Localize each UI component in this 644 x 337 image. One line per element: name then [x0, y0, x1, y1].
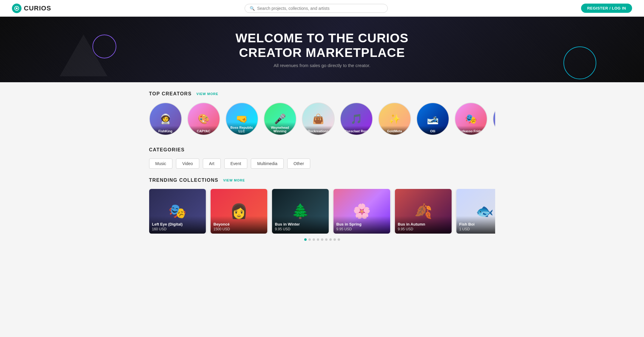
collection-price-beyonce: 1500 USD — [214, 227, 264, 231]
pagination-dots — [149, 238, 495, 241]
collection-name-busspring: Bus in Spring — [336, 222, 387, 226]
pagination-dot-7[interactable] — [333, 238, 336, 241]
creator-avatar-fishking: 🧑‍🚀 FishKing — [149, 103, 182, 135]
pagination-dot-3[interactable] — [317, 238, 319, 241]
top-creators-title: TOP CREATORS — [149, 91, 192, 97]
creator-item-goldmeta[interactable]: ✨ GoldMeta — [378, 103, 411, 135]
creator-name-rockreations: Rockreations — [302, 126, 334, 135]
categories-title: CATEGORIES — [149, 147, 185, 153]
collection-card-busspring[interactable]: 🌸 Bus in Spring 9.95 USD — [333, 189, 390, 234]
logo-text: CURIOS — [24, 4, 51, 12]
creator-item-turkasso[interactable]: 🎭 Turkasso Fridae — [455, 103, 487, 135]
creator-name-goldmeta: GoldMeta — [379, 126, 410, 135]
creator-item-leoklink[interactable]: 🎮 LeokLink — [493, 103, 495, 135]
creator-avatar-turkasso: 🎭 Turkasso Fridae — [455, 103, 487, 135]
collection-info-busspring: Bus in Spring 9.95 USD — [333, 216, 390, 234]
logo[interactable]: CURIOS — [12, 4, 51, 13]
search-icon: 🔍 — [250, 6, 255, 11]
register-button[interactable]: REGISTER / LOG IN — [581, 4, 632, 13]
collection-info-fishboi: Fish Boi 1 USD — [456, 216, 495, 234]
category-btn-art[interactable]: Art — [203, 159, 221, 169]
top-creators-section: TOP CREATORS VIEW MORE 🧑‍🚀 FishKing 🎨 CA… — [149, 91, 495, 138]
creator-item-fishking[interactable]: 🧑‍🚀 FishKing — [149, 103, 182, 135]
categories-header: CATEGORIES — [149, 147, 495, 153]
logo-icon — [12, 4, 21, 13]
creator-avatar-boss-republic: 🤜 Boss Republic LLC — [226, 103, 258, 135]
trending-view-more[interactable]: VIEW MORE — [223, 178, 245, 182]
creator-name-capyac: CAPYAC — [188, 126, 220, 135]
category-btn-music[interactable]: Music — [149, 159, 173, 169]
collection-info-lefteye: Left Eye (Digital) 160 USD — [149, 216, 206, 234]
collection-card-beyonce[interactable]: 👩 Beyoncé 1500 USD — [211, 189, 267, 234]
top-creators-view-more[interactable]: VIEW MORE — [197, 92, 218, 96]
category-btn-video[interactable]: Video — [176, 159, 199, 169]
creator-avatar-goldmeta: ✨ GoldMeta — [378, 103, 411, 135]
creator-name-leoklink: LeokLink — [493, 126, 495, 135]
collection-name-buswinter: Bus in Winter — [275, 222, 326, 226]
pagination-dot-0[interactable] — [304, 238, 307, 241]
header: CURIOS 🔍 REGISTER / LOG IN — [0, 0, 644, 17]
collection-name-lefteye: Left Eye (Digital) — [152, 222, 203, 226]
search-input[interactable] — [257, 6, 383, 11]
creator-avatar-waynehead: 🎤 Waynehead Winning — [264, 103, 296, 135]
collection-info-beyonce: Beyoncé 1500 USD — [211, 216, 267, 234]
pagination-dot-8[interactable] — [338, 238, 340, 241]
creator-avatar-rockreations: 👜 Rockreations — [302, 103, 335, 135]
collection-price-busautumn: 9.95 USD — [398, 227, 449, 231]
creator-avatar-olli: 🎿 Olli — [416, 103, 449, 135]
creator-name-fishking: FishKing — [150, 126, 181, 135]
collection-price-fishboi: 1 USD — [459, 227, 495, 231]
category-btn-other[interactable]: Other — [287, 159, 310, 169]
pagination-dot-6[interactable] — [329, 238, 332, 241]
category-btn-multimedia[interactable]: Multimedia — [251, 159, 284, 169]
creator-name-olli: Olli — [417, 126, 449, 135]
trending-section: TRENDING COLLECTIONS VIEW MORE 🎭 Left Ey… — [149, 178, 495, 241]
creator-avatar-leoklink: 🎮 LeokLink — [493, 103, 495, 135]
pagination-dot-4[interactable] — [321, 238, 323, 241]
creator-item-rockreations[interactable]: 👜 Rockreations — [302, 103, 335, 135]
trending-header: TRENDING COLLECTIONS VIEW MORE — [149, 178, 495, 183]
creator-name-waynehead: Waynehead Winning — [264, 122, 296, 135]
collection-card-buswinter[interactable]: 🌲 Bus in Winter 9.95 USD — [272, 189, 329, 234]
categories-row: MusicVideoArtEventMultimediaOther — [149, 159, 495, 169]
creator-item-rassclaat[interactable]: 🎵 Rassclaat Root — [340, 103, 373, 135]
categories-section: CATEGORIES MusicVideoArtEventMultimediaO… — [149, 147, 495, 169]
collection-price-buswinter: 9.95 USD — [275, 227, 326, 231]
hero-subtitle: All revenues from sales go directly to t… — [235, 63, 408, 68]
collection-price-lefteye: 160 USD — [152, 227, 203, 231]
creator-item-olli[interactable]: 🎿 Olli — [416, 103, 449, 135]
hero-banner: WELCOME TO THE CURIOS CREATOR MARKETPLAC… — [0, 17, 644, 82]
svg-point-1 — [16, 7, 18, 9]
collection-name-fishboi: Fish Boi — [459, 222, 495, 226]
main-content: TOP CREATORS VIEW MORE 🧑‍🚀 FishKing 🎨 CA… — [143, 82, 501, 253]
creator-name-rassclaat: Rassclaat Root — [341, 126, 372, 135]
collection-card-busautumn[interactable]: 🍂 Bus in Autumn 9.95 USD — [395, 189, 452, 234]
collection-name-beyonce: Beyoncé — [214, 222, 264, 226]
creator-item-waynehead[interactable]: 🎤 Waynehead Winning — [264, 103, 296, 135]
collection-price-busspring: 9.95 USD — [336, 227, 387, 231]
creator-item-boss-republic[interactable]: 🤜 Boss Republic LLC — [226, 103, 258, 135]
hero-circle-right — [563, 46, 596, 79]
collection-card-lefteye[interactable]: 🎭 Left Eye (Digital) 160 USD — [149, 189, 206, 234]
collection-info-busautumn: Bus in Autumn 9.95 USD — [395, 216, 452, 234]
collection-name-busautumn: Bus in Autumn — [398, 222, 449, 226]
creator-avatar-rassclaat: 🎵 Rassclaat Root — [340, 103, 373, 135]
hero-title: WELCOME TO THE CURIOS CREATOR MARKETPLAC… — [235, 31, 408, 60]
search-bar: 🔍 — [245, 4, 388, 13]
collection-card-fishboi[interactable]: 🐟 Fish Boi 1 USD — [456, 189, 495, 234]
hero-content: WELCOME TO THE CURIOS CREATOR MARKETPLAC… — [235, 31, 408, 68]
creators-row: 🧑‍🚀 FishKing 🎨 CAPYAC 🤜 Boss Republic LL… — [149, 103, 495, 138]
hero-triangle — [60, 35, 107, 76]
pagination-dot-1[interactable] — [308, 238, 311, 241]
creator-avatar-capyac: 🎨 CAPYAC — [187, 103, 220, 135]
creator-item-capyac[interactable]: 🎨 CAPYAC — [187, 103, 220, 135]
collections-row: 🎭 Left Eye (Digital) 160 USD 👩 Beyoncé 1… — [149, 189, 495, 234]
top-creators-header: TOP CREATORS VIEW MORE — [149, 91, 495, 97]
pagination-dot-2[interactable] — [313, 238, 315, 241]
pagination-dot-5[interactable] — [325, 238, 328, 241]
collection-info-buswinter: Bus in Winter 9.95 USD — [272, 216, 329, 234]
creator-name-turkasso: Turkasso Fridae — [455, 126, 487, 135]
creator-name-boss-republic: Boss Republic LLC — [226, 122, 258, 135]
trending-title: TRENDING COLLECTIONS — [149, 178, 219, 183]
category-btn-event[interactable]: Event — [224, 159, 248, 169]
